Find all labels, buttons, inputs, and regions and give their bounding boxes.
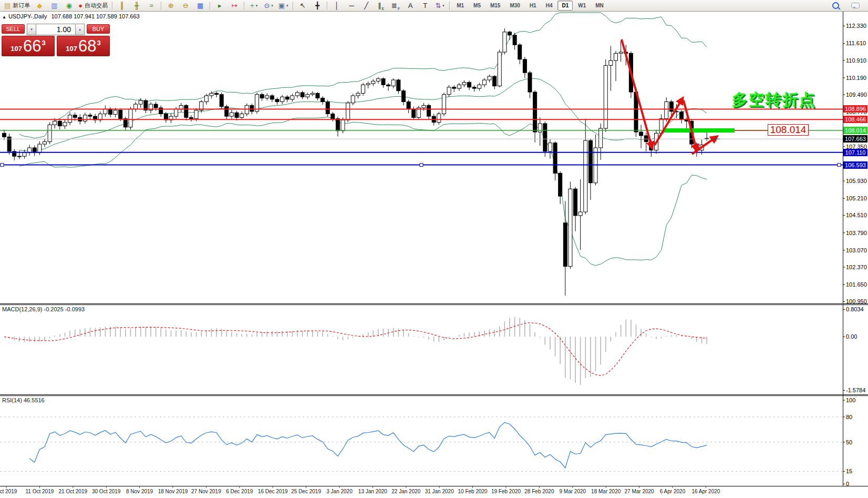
- sell-price-button[interactable]: 107 66 3: [2, 36, 55, 56]
- crosshair-icon[interactable]: ╋: [311, 1, 324, 11]
- rsi-indicator-label: RSI(14) 46.5516: [2, 397, 45, 403]
- candle-body: [88, 115, 92, 116]
- signals-icon-glyph: ◉: [66, 2, 72, 9]
- line-handle[interactable]: [1, 164, 4, 167]
- macd-name: MACD(12,26,9): [2, 306, 42, 312]
- new-chart-button[interactable]: +▾: [247, 1, 261, 11]
- candle-body: [447, 87, 451, 95]
- candle-body: [260, 95, 264, 98]
- periods-button[interactable]: ⊙▾: [262, 1, 275, 11]
- candle-body: [68, 115, 72, 123]
- line-handle[interactable]: [420, 164, 423, 167]
- equidistant-channel-icon[interactable]: ∥E: [374, 1, 388, 11]
- fibonacci-icon-sub: F: [398, 7, 400, 11]
- candle-body: [457, 85, 461, 88]
- tile-windows-icon[interactable]: ▦: [193, 1, 207, 11]
- timeframe-m30[interactable]: M30: [505, 1, 524, 11]
- pane-separator-macd[interactable]: [0, 303, 868, 305]
- timeframe-h1[interactable]: H1: [525, 1, 541, 11]
- candle-body: [543, 124, 547, 151]
- trendline-icon[interactable]: ╱: [359, 1, 373, 11]
- support-zone-band[interactable]: [664, 128, 735, 133]
- fibonacci-icon[interactable]: ≣F: [389, 1, 402, 11]
- candle-body: [104, 109, 107, 114]
- horizontal-line-icon-glyph: ─: [349, 2, 354, 9]
- candle-body: [523, 59, 526, 73]
- candle-body: [366, 84, 370, 85]
- new-order-button[interactable]: ▤新订单: [3, 1, 32, 11]
- auto-scroll-icon[interactable]: ▸: [213, 1, 226, 11]
- macd-signal-line: [4, 323, 707, 376]
- toolbar-separator: [161, 2, 161, 10]
- sell-button[interactable]: SELL: [2, 24, 25, 34]
- chat-button[interactable]: [849, 1, 862, 11]
- line-handle[interactable]: [838, 164, 841, 167]
- date-tick-label: 16 Apr 2020: [691, 489, 720, 494]
- timeframe-w1[interactable]: W1: [574, 1, 590, 11]
- candle-body: [462, 83, 466, 85]
- cursor-icon[interactable]: ↖: [296, 1, 309, 11]
- price-level-label[interactable]: 108.014: [768, 124, 809, 136]
- timeframe-m1[interactable]: M1: [452, 1, 468, 11]
- buy-price-button[interactable]: 107 68 3: [57, 36, 110, 56]
- templates-button[interactable]: ▣▾: [276, 1, 290, 11]
- arrows-icon[interactable]: ⇅▾: [433, 1, 447, 11]
- price-tick-label: 110.910: [846, 57, 866, 64]
- candle-body: [58, 121, 61, 126]
- volume-down-button[interactable]: ▼: [27, 24, 36, 35]
- buy-price-pips: 68: [78, 37, 96, 56]
- horizontal-line-icon[interactable]: ─: [345, 1, 358, 11]
- chart-annotation-text[interactable]: 多空转折点: [732, 89, 816, 111]
- candle-body: [387, 85, 390, 86]
- buy-button[interactable]: BUY: [87, 24, 110, 34]
- zoom-out-icon-glyph: ⊖: [183, 2, 189, 9]
- candle-body: [639, 132, 643, 136]
- candle-body: [230, 113, 233, 116]
- chart-shift-icon[interactable]: ↦: [228, 1, 241, 11]
- candle-body: [482, 80, 486, 85]
- chart-plot-area[interactable]: [0, 0, 868, 498]
- buy-price-figure: 107: [66, 45, 77, 53]
- text-icon[interactable]: A: [404, 1, 417, 11]
- pane-separator-rsi[interactable]: [0, 394, 868, 396]
- timeframe-m15[interactable]: M15: [486, 1, 504, 11]
- candlestick-chart-icon[interactable]: ╫: [130, 1, 143, 11]
- vertical-line-icon[interactable]: │: [330, 1, 344, 11]
- collapse-chart-icon[interactable]: ▲: [2, 15, 6, 19]
- price-badge: 107.110: [843, 149, 867, 156]
- toolbar-separator: [293, 2, 293, 10]
- candle-body: [604, 65, 607, 128]
- date-tick-label: 9 Mar 2020: [560, 489, 586, 494]
- signals-icon[interactable]: ◉: [62, 1, 76, 11]
- autotrading-button[interactable]: ●自动交易: [77, 1, 109, 11]
- candle-body: [53, 121, 57, 125]
- volume-input[interactable]: [36, 24, 75, 35]
- market-watch-icon[interactable]: ▥: [47, 1, 61, 11]
- rsi-tick-label: 100: [846, 397, 855, 403]
- bar-chart-icon[interactable]: ║: [115, 1, 129, 11]
- new-chart-glyph: +: [250, 2, 254, 9]
- timeframe-h4[interactable]: H4: [542, 1, 557, 11]
- volume-up-button[interactable]: ▲: [75, 24, 85, 35]
- candle-body: [291, 96, 294, 99]
- candle-body: [391, 80, 395, 86]
- timeframe-d1[interactable]: D1: [557, 1, 573, 11]
- line-chart-icon[interactable]: ≈: [144, 1, 158, 11]
- price-badge: 107.663: [843, 135, 867, 143]
- candle-body: [644, 136, 648, 142]
- zoom-out-icon[interactable]: ⊖: [179, 1, 192, 11]
- timeframe-m5[interactable]: M5: [469, 1, 485, 11]
- price-tick-label: 109.490: [846, 92, 867, 98]
- candle-body: [503, 32, 507, 52]
- last-bar-marker: [712, 136, 720, 141]
- trend-arrow[interactable]: [655, 98, 683, 145]
- toolbar-separator: [244, 2, 244, 10]
- date-tick-label: 10 Feb 2020: [458, 489, 488, 494]
- candlestick-chart-icon-glyph: ╫: [135, 2, 139, 9]
- candle-body: [371, 81, 375, 84]
- metaeditor-icon[interactable]: ◆: [33, 1, 46, 11]
- zoom-in-icon[interactable]: ⊕: [164, 1, 178, 11]
- timeframe-mn[interactable]: MN: [591, 1, 608, 11]
- text-label-icon[interactable]: T: [418, 1, 432, 11]
- search-button[interactable]: [829, 1, 842, 11]
